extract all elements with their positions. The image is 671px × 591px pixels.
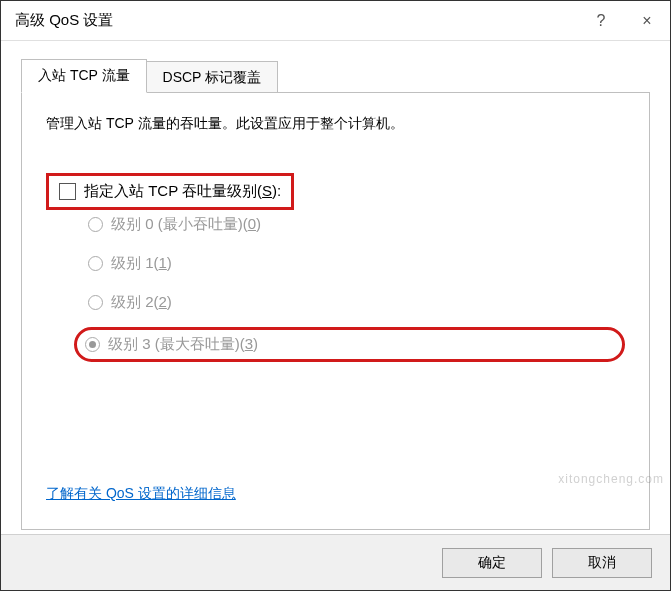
tab-inbound-tcp[interactable]: 入站 TCP 流量 <box>21 59 147 93</box>
throughput-checkbox-row[interactable]: 指定入站 TCP 吞吐量级别(S): <box>59 182 281 201</box>
radio-label: 级别 1(1) <box>111 254 172 273</box>
radio-level-3[interactable]: 级别 3 (最大吞吐量)(3) <box>77 330 266 359</box>
radio-label: 级别 3 (最大吞吐量)(3) <box>108 335 258 354</box>
cancel-button[interactable]: 取消 <box>552 548 652 578</box>
dialog-body: 入站 TCP 流量 DSCP 标记覆盖 管理入站 TCP 流量的吞吐量。此设置应… <box>1 41 670 534</box>
titlebar: 高级 QoS 设置 ? × <box>1 1 670 41</box>
highlight-checkbox: 指定入站 TCP 吞吐量级别(S): <box>46 173 294 210</box>
learn-more-link[interactable]: 了解有关 QoS 设置的详细信息 <box>46 485 236 503</box>
window-title: 高级 QoS 设置 <box>15 11 578 30</box>
radio-icon <box>88 217 103 232</box>
dialog-footer: 确定 取消 <box>1 534 670 590</box>
description-text: 管理入站 TCP 流量的吞吐量。此设置应用于整个计算机。 <box>46 115 625 133</box>
close-button[interactable]: × <box>624 1 670 41</box>
ok-button[interactable]: 确定 <box>442 548 542 578</box>
radio-group: 级别 0 (最小吞吐量)(0) 级别 1(1) 级别 2(2) <box>80 210 625 362</box>
radio-icon <box>88 256 103 271</box>
radio-label: 级别 0 (最小吞吐量)(0) <box>111 215 261 234</box>
radio-level-1[interactable]: 级别 1(1) <box>80 249 625 278</box>
watermark-text: xitongcheng.com <box>558 472 664 486</box>
radio-icon <box>85 337 100 352</box>
tab-dscp-override[interactable]: DSCP 标记覆盖 <box>147 61 279 93</box>
radio-level-0[interactable]: 级别 0 (最小吞吐量)(0) <box>80 210 625 239</box>
checkbox-label: 指定入站 TCP 吞吐量级别(S): <box>84 182 281 201</box>
help-button[interactable]: ? <box>578 1 624 41</box>
tab-strip: 入站 TCP 流量 DSCP 标记覆盖 <box>21 59 650 93</box>
tab-panel: 管理入站 TCP 流量的吞吐量。此设置应用于整个计算机。 指定入站 TCP 吞吐… <box>21 92 650 530</box>
highlight-radio-3: 级别 3 (最大吞吐量)(3) <box>74 327 625 362</box>
radio-icon <box>88 295 103 310</box>
dialog-window: 高级 QoS 设置 ? × 入站 TCP 流量 DSCP 标记覆盖 管理入站 T… <box>0 0 671 591</box>
checkbox-icon[interactable] <box>59 183 76 200</box>
radio-label: 级别 2(2) <box>111 293 172 312</box>
radio-level-2[interactable]: 级别 2(2) <box>80 288 625 317</box>
